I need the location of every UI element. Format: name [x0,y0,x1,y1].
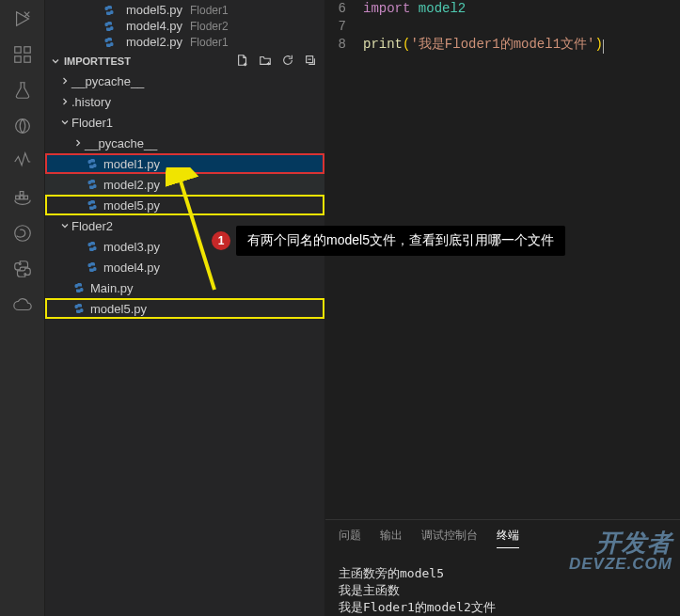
python-file-icon [85,178,99,192]
tree-item-label: .history [71,95,111,109]
new-folder-icon[interactable] [259,54,272,69]
open-editor-label: model2.py [126,35,182,49]
annotation-callout: 1 有两个同名的model5文件，查看到底引用哪一个文件 [212,226,565,256]
line-number: 6 [325,0,363,18]
tree-item-label: model3.py [103,240,160,254]
python-file-icon [102,3,116,17]
file-row[interactable]: model5.py [45,298,324,319]
svg-rect-0 [14,47,20,53]
code-editor[interactable]: 6import model278print('我是Floder1的model1文… [325,0,680,54]
tree-item-label: model5.py [103,198,160,213]
extensions-icon[interactable] [11,43,34,66]
activity-bar [0,0,45,616]
file-row[interactable]: model4.py [45,257,324,277]
chevron-right-icon [58,95,71,108]
open-editor-meta: Floder1 [190,4,229,17]
svg-point-10 [19,263,21,265]
project-section-header[interactable]: IMPORTTEST [45,52,324,71]
terminal-output[interactable]: 主函数旁的model5我是主函数我是Floder1的model2文件 [325,556,680,616]
panel-tab[interactable]: 终端 [497,528,519,548]
cloud-icon[interactable] [11,293,34,316]
chevron-down-icon [58,219,71,232]
svg-rect-8 [20,192,24,196]
callout-text: 有两个同名的model5文件，查看到底引用哪一个文件 [236,226,565,256]
python-icon[interactable] [11,258,34,280]
python-file-icon [85,157,99,171]
python-file-icon [85,261,99,275]
python-file-icon [71,302,86,316]
chevron-down-icon [49,55,62,68]
open-editor-label: model5.py [126,3,182,17]
chevron-down-icon [58,116,71,129]
code-line[interactable]: 6import model2 [325,0,680,18]
python-file-icon [71,281,86,295]
svg-rect-3 [24,56,29,62]
svg-rect-5 [15,196,19,199]
code-line[interactable]: 8print('我是Floder1的model1文件') [325,36,680,54]
terminal-line: 我是主函数 [339,582,667,599]
open-editor-label: model4.py [126,19,182,33]
chevron-right-icon [71,136,85,150]
folder-row[interactable]: __pycache__ [45,133,324,153]
line-number: 8 [325,36,363,54]
svg-rect-7 [24,196,27,199]
project-title: IMPORTTEST [64,55,131,67]
open-editor-item[interactable]: model4.py Floder2 [45,18,324,34]
tree-item-label: model1.py [103,157,160,171]
svg-rect-2 [14,56,20,62]
line-number: 7 [325,18,363,36]
open-editors-section: model5.py Floder1 model4.py Floder2 mode… [45,0,324,52]
python-file-icon [85,198,99,213]
file-row[interactable]: model5.py [45,195,324,215]
python-file-icon [85,240,99,254]
tree-item-label: __pycache__ [85,136,157,150]
file-row[interactable]: Main.py [45,277,324,298]
docker-icon[interactable] [11,186,34,209]
chevron-right-icon [58,74,71,87]
code-line[interactable]: 7 [325,18,680,36]
open-editor-meta: Floder2 [190,20,229,33]
run-debug-icon[interactable] [11,8,34,30]
folder-row[interactable]: __pycache__ [45,71,324,91]
edge-icon[interactable] [11,222,34,245]
tree-item-label: Main.py [90,281,134,295]
collapse-all-icon[interactable] [304,54,317,69]
svg-point-11 [24,274,25,276]
folder-row[interactable]: .history [45,91,324,112]
ai-icon[interactable] [11,115,34,137]
python-file-icon [102,19,116,33]
tree-item-label: __pycache__ [71,74,144,88]
bottom-panel: 问题输出调试控制台终端 主函数旁的model5我是主函数我是Floder1的mo… [325,519,680,616]
folder-row[interactable]: Floder1 [45,112,324,133]
svg-point-4 [15,119,29,134]
file-row[interactable]: model2.py [45,174,324,195]
svg-point-9 [14,226,30,242]
testing-flask-icon[interactable] [11,79,34,102]
tree-item-label: Floder1 [71,116,113,130]
new-file-icon[interactable] [236,54,249,69]
svg-rect-1 [24,47,29,53]
panel-tab[interactable]: 输出 [380,528,403,548]
open-editor-meta: Floder1 [190,36,229,49]
tree-item-label: model2.py [103,178,160,192]
terminal-line: 主函数旁的model5 [339,565,667,582]
panel-tab[interactable]: 调试控制台 [421,528,478,548]
open-editor-item[interactable]: model2.py Floder1 [45,34,324,50]
editor-area: 6import model278print('我是Floder1的model1文… [325,0,680,616]
tree-item-label: Floder2 [71,219,113,233]
file-tree: __pycache__.historyFloder1__pycache__mod… [45,71,324,616]
open-editor-item[interactable]: model5.py Floder1 [45,2,324,18]
file-row[interactable]: model1.py [45,153,324,174]
terminal-line: 我是Floder1的model2文件 [339,599,667,616]
svg-rect-6 [20,196,24,199]
refresh-icon[interactable] [281,54,294,69]
tree-item-label: model4.py [103,261,160,275]
panel-tab[interactable]: 问题 [339,528,361,548]
python-file-icon [102,35,116,49]
activity-icon-1[interactable] [11,150,34,173]
explorer-sidebar: model5.py Floder1 model4.py Floder2 mode… [45,0,325,616]
panel-tabs: 问题输出调试控制台终端 [325,520,680,556]
tree-item-label: model5.py [90,302,147,316]
callout-number: 1 [212,231,230,250]
